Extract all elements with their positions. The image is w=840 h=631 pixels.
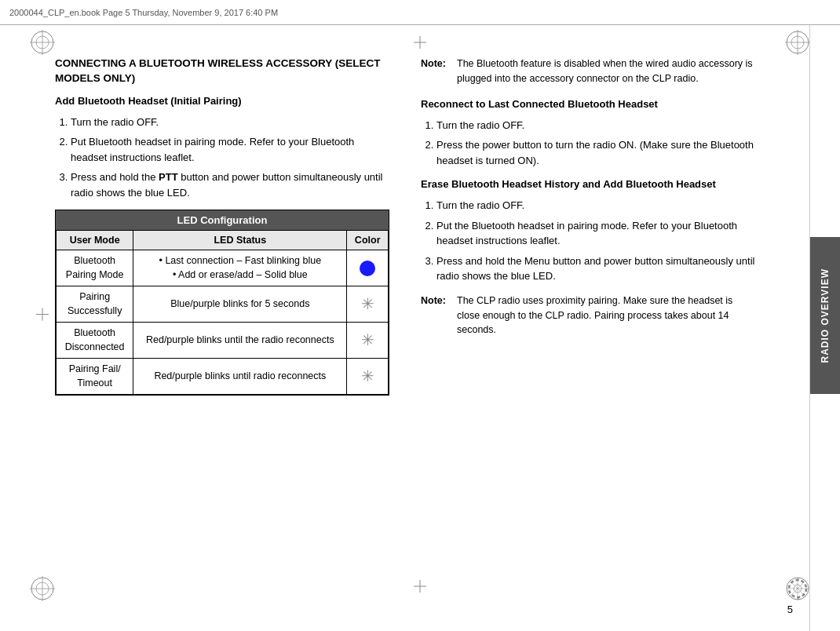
step-2-2: Press the power button to turn the radio… [436,137,755,168]
subsection-title-1: Add Bluetooth Headset (Initial Pairing) [55,94,389,108]
led-table-wrapper: LED Configuration User Mode LED Status C… [55,210,389,396]
note-text-2: The CLP radio uses proximity pairing. Ma… [457,294,755,337]
section-title-1: CONNECTING A BLUETOOTH WIRELESS ACCESSOR… [55,57,389,86]
led-table: User Mode LED Status Color BluetoothPair… [56,230,389,395]
step-3-3: Press and hold the Menu button and power… [436,253,755,284]
cell-color-1 [347,250,389,286]
note-label-1: Note: [421,57,451,86]
color-starburst-1: ✳ [361,296,374,312]
table-row: PairingSuccessfully Blue/purple blinks f… [57,286,389,323]
step-3-1: Turn the radio OFF. [436,198,755,213]
th-color: Color [347,231,389,250]
table-header-row: User Mode LED Status Color [57,231,389,250]
step-1-2: Put Bluetooth headset in pairing mode. R… [71,134,389,165]
side-tab-label: RADIO OVERVIEW [820,268,831,363]
note-block-1: Note: The Bluetooth feature is disabled … [421,57,755,86]
th-led-status: LED Status [133,231,347,250]
color-starburst-3: ✳ [361,368,374,384]
cell-color-4: ✳ [347,359,389,395]
step-3-2: Put the Bluetooth headset in pairing mod… [436,218,755,249]
steps-list-3: Turn the radio OFF. Put the Bluetooth he… [436,198,755,284]
color-starburst-2: ✳ [361,332,374,348]
cell-led-status-1: Last connection – Fast blinking blue Add… [133,250,347,286]
side-tab: RADIO OVERVIEW [810,237,840,394]
cell-user-mode-3: BluetoothDisconnected [57,323,133,359]
th-user-mode: User Mode [57,231,133,250]
note-block-2: Note: The CLP radio uses proximity pairi… [421,294,755,337]
cell-user-mode-2: PairingSuccessfully [57,286,133,323]
note-label-2: Note: [421,294,451,337]
section-title-2: Reconnect to Last Connected Bluetooth He… [421,97,755,111]
cell-color-2: ✳ [347,286,389,323]
right-column: Note: The Bluetooth feature is disabled … [405,25,810,631]
led-table-title: LED Configuration [56,210,389,230]
color-dot-blue [360,261,375,276]
table-row: BluetoothPairing Mode Last connection – … [57,250,389,286]
cell-led-status-4: Red/purple blinks until radio reconnects [133,359,347,395]
top-bar: 2000044_CLP_en.book Page 5 Thursday, Nov… [0,0,840,25]
step-1-3: Press and hold the PTT button and power … [71,170,389,200]
table-row: Pairing Fail/Timeout Red/purple blinks u… [57,359,389,395]
cell-led-status-2: Blue/purple blinks for 5 seconds [133,286,347,323]
main-content: CONNECTING A BLUETOOTH WIRELESS ACCESSOR… [0,25,810,631]
left-column: CONNECTING A BLUETOOTH WIRELESS ACCESSOR… [0,25,405,631]
cell-color-3: ✳ [347,323,389,359]
note-text-1: The Bluetooth feature is disabled when t… [457,57,755,86]
steps-list-2: Turn the radio OFF. Press the power butt… [436,118,755,169]
cell-user-mode-1: BluetoothPairing Mode [57,250,133,286]
page-number: 5 [787,604,793,615]
steps-list-1: Turn the radio OFF. Put Bluetooth headse… [71,115,389,201]
step-2-1: Turn the radio OFF. [436,118,755,133]
step-1-1: Turn the radio OFF. [71,115,389,130]
section-title-3: Erase Bluetooth Headset History and Add … [421,177,755,191]
cell-led-status-3: Red/purple blinks until the radio reconn… [133,323,347,359]
table-row: BluetoothDisconnected Red/purple blinks … [57,323,389,359]
cell-user-mode-4: Pairing Fail/Timeout [57,359,133,395]
top-bar-text: 2000044_CLP_en.book Page 5 Thursday, Nov… [9,8,278,17]
